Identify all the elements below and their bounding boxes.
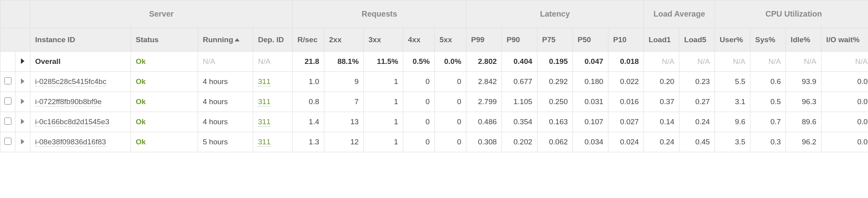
row-expand[interactable] <box>15 72 30 92</box>
instance-id-link[interactable]: i-0722ff8fb90b8bf9e <box>35 97 102 106</box>
sort-asc-icon <box>235 38 239 41</box>
cell-3xx: 1 <box>364 92 403 112</box>
cell-2xx: 9 <box>324 72 364 92</box>
dep-id-link[interactable]: 311 <box>258 118 271 127</box>
row-checkbox-cell <box>0 72 15 92</box>
col-5xx[interactable]: 5xx <box>435 28 466 52</box>
row-expand[interactable] <box>15 112 30 132</box>
row-checkbox-cell <box>0 132 15 152</box>
overall-running: N/A <box>198 52 253 72</box>
instance-id-link[interactable]: i-08e38f09836d16f83 <box>35 138 106 147</box>
header-group-row: Server Requests Latency Load Average CPU… <box>0 0 868 28</box>
col-4xx[interactable]: 4xx <box>403 28 435 52</box>
col-running[interactable]: Running <box>198 28 253 52</box>
table-row: i-0c166bc8d2d1545e3Ok4 hours3111.4131000… <box>0 112 868 132</box>
cell-status: Ok <box>131 72 198 92</box>
col-sys[interactable]: Sys% <box>750 28 786 52</box>
cell-status: Ok <box>131 112 198 132</box>
cell-p10: 0.022 <box>608 72 644 92</box>
cell-load5: 0.24 <box>679 112 715 132</box>
instance-id-link[interactable]: i-0c166bc8d2d1545e3 <box>35 118 109 127</box>
cell-p50: 0.180 <box>573 72 608 92</box>
header-sub-row: Instance ID Status Running Dep. ID R/sec… <box>0 28 868 52</box>
cell-5xx: 0 <box>435 132 466 152</box>
cell-2xx: 13 <box>324 112 364 132</box>
col-p90[interactable]: P90 <box>502 28 537 52</box>
cell-3xx: 1 <box>364 72 403 92</box>
cell-running: 5 hours <box>198 132 253 152</box>
cell-p10: 0.027 <box>608 112 644 132</box>
col-p50[interactable]: P50 <box>573 28 608 52</box>
col-p75[interactable]: P75 <box>537 28 573 52</box>
dep-id-link[interactable]: 311 <box>258 77 271 86</box>
cell-p50: 0.107 <box>573 112 608 132</box>
cell-3xx: 1 <box>364 132 403 152</box>
overall-iowait: N/A <box>821 52 868 72</box>
cell-4xx: 0 <box>403 132 435 152</box>
cell-running: 4 hours <box>198 72 253 92</box>
row-checkbox[interactable] <box>4 118 11 125</box>
cell-idle: 89.6 <box>786 112 821 132</box>
row-expand[interactable] <box>15 92 30 112</box>
overall-row: Overall Ok N/A N/A 21.8 88.1% 11.5% 0.5%… <box>0 52 868 72</box>
cell-p99: 2.842 <box>466 72 502 92</box>
cell-iowait: 0.0 <box>821 112 868 132</box>
row-checkbox[interactable] <box>4 97 11 105</box>
cell-4xx: 0 <box>403 92 435 112</box>
col-status[interactable]: Status <box>131 28 198 52</box>
overall-user: N/A <box>715 52 750 72</box>
cell-4xx: 0 <box>403 112 435 132</box>
header-group-cpu: CPU Utilization <box>715 0 868 28</box>
cell-idle: 96.2 <box>786 132 821 152</box>
table-body: Overall Ok N/A N/A 21.8 88.1% 11.5% 0.5%… <box>0 52 868 152</box>
dep-id-link[interactable]: 311 <box>258 97 271 106</box>
caret-right-icon <box>21 58 24 64</box>
cell-dep-id: 311 <box>253 92 293 112</box>
cell-p90: 0.677 <box>502 72 537 92</box>
cell-p75: 0.062 <box>537 132 573 152</box>
col-instance-id[interactable]: Instance ID <box>30 28 131 52</box>
cell-p99: 0.486 <box>466 112 502 132</box>
col-user[interactable]: User% <box>715 28 750 52</box>
table-row: i-0285c28c5415fc4bcOk4 hours3111.091002.… <box>0 72 868 92</box>
col-rsec[interactable]: R/sec <box>293 28 324 52</box>
dep-id-link[interactable]: 311 <box>258 138 271 147</box>
cell-user: 3.5 <box>715 132 750 152</box>
row-checkbox-cell <box>0 112 15 132</box>
caret-right-icon <box>21 139 24 144</box>
col-p99[interactable]: P99 <box>466 28 502 52</box>
cell-p75: 0.250 <box>537 92 573 112</box>
instance-id-link[interactable]: i-0285c28c5415fc4bc <box>35 77 107 86</box>
cell-2xx: 12 <box>324 132 364 152</box>
row-expand[interactable] <box>15 132 30 152</box>
cell-4xx: 0 <box>403 72 435 92</box>
col-p10[interactable]: P10 <box>608 28 644 52</box>
overall-expand-cell[interactable] <box>15 52 30 72</box>
table-row: i-08e38f09836d16f83Ok5 hours3111.3121000… <box>0 132 868 152</box>
overall-status: Ok <box>136 57 146 65</box>
row-checkbox[interactable] <box>4 77 11 84</box>
overall-5xx: 0.0% <box>435 52 466 72</box>
cell-rsec: 1.3 <box>293 132 324 152</box>
col-running-label: Running <box>203 35 233 44</box>
col-2xx[interactable]: 2xx <box>324 28 364 52</box>
cell-iowait: 0.0 <box>821 132 868 152</box>
col-load1[interactable]: Load1 <box>644 28 679 52</box>
col-iowait[interactable]: I/O wait% <box>821 28 868 52</box>
col-dep-id[interactable]: Dep. ID <box>253 28 293 52</box>
col-idle[interactable]: Idle% <box>786 28 821 52</box>
cell-p50: 0.031 <box>573 92 608 112</box>
cell-running: 4 hours <box>198 112 253 132</box>
status-badge: Ok <box>136 138 146 146</box>
overall-sys: N/A <box>750 52 786 72</box>
overall-idle: N/A <box>786 52 821 72</box>
cell-p90: 1.105 <box>502 92 537 112</box>
header-group-load: Load Average <box>644 0 715 28</box>
row-checkbox[interactable] <box>4 138 11 145</box>
cell-p50: 0.034 <box>573 132 608 152</box>
caret-right-icon <box>21 78 24 84</box>
caret-right-icon <box>21 99 24 104</box>
col-load5[interactable]: Load5 <box>679 28 715 52</box>
col-3xx[interactable]: 3xx <box>364 28 403 52</box>
cell-instance-id: i-0722ff8fb90b8bf9e <box>30 92 131 112</box>
